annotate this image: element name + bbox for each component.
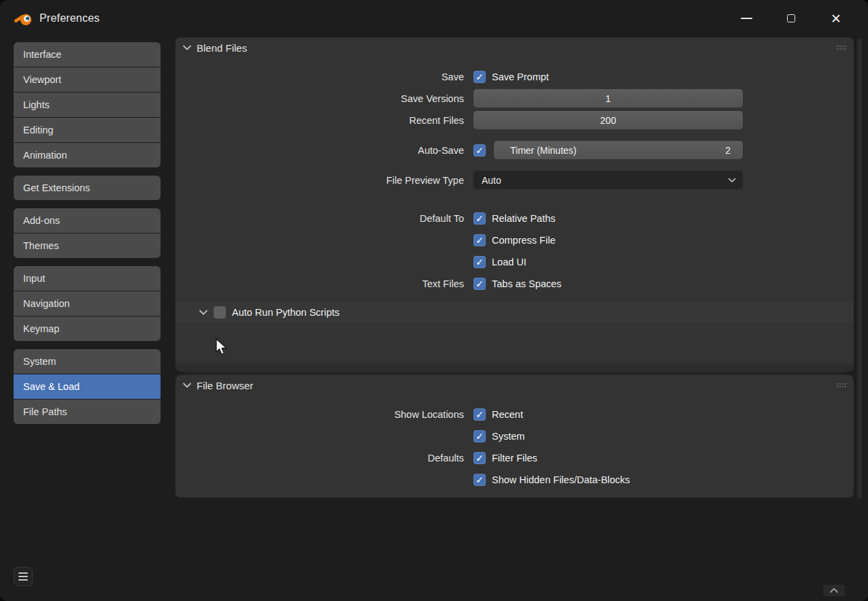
- sidebar-item-themes[interactable]: Themes: [14, 233, 161, 258]
- row-compress-file: ✓ Compress File: [176, 231, 854, 249]
- load-ui-checkbox[interactable]: ✓: [473, 256, 486, 268]
- row-defaults-show-hidden: ✓ Show Hidden Files/Data-Blocks: [176, 470, 854, 489]
- sidebar-item-get-extensions[interactable]: Get Extensions: [14, 176, 161, 200]
- nav-group-addons: Add-ons Themes: [14, 208, 161, 258]
- auto-run-python-checkbox[interactable]: ✓: [214, 306, 226, 319]
- tabs-as-spaces-checkbox[interactable]: ✓: [473, 278, 486, 290]
- chevron-down-icon: [182, 44, 192, 51]
- checkbox-label: Tabs as Spaces: [492, 278, 561, 289]
- close-icon: ✕: [831, 12, 841, 25]
- main-content: Blend Files Save ✓ Save Prompt Save Vers…: [176, 37, 854, 498]
- relative-paths-checkbox[interactable]: ✓: [473, 212, 486, 225]
- sidebar-item-save-load[interactable]: Save & Load: [14, 374, 161, 399]
- nav-group-extensions: Get Extensions: [14, 176, 161, 200]
- minimize-button[interactable]: [724, 0, 769, 37]
- recent-files-field[interactable]: 200: [473, 111, 743, 129]
- field-label: Show Locations: [176, 409, 473, 420]
- compress-file-checkbox[interactable]: ✓: [473, 234, 486, 246]
- sidebar: Interface Viewport Lights Editing Animat…: [14, 42, 161, 432]
- drag-grip-icon[interactable]: [836, 383, 847, 388]
- check-icon: ✓: [475, 475, 484, 485]
- minimize-icon: [741, 18, 752, 19]
- sidebar-item-add-ons[interactable]: Add-ons: [14, 208, 161, 233]
- checkbox-label: Filter Files: [492, 453, 537, 464]
- sidebar-item-viewport[interactable]: Viewport: [14, 67, 161, 92]
- row-recent-files: Recent Files 200: [176, 111, 854, 129]
- check-icon: ✓: [475, 410, 484, 419]
- chevron-down-icon: [182, 382, 192, 389]
- checkbox-label: Load UI: [492, 257, 527, 267]
- auto-run-python-scripts-header[interactable]: ✓ Auto Run Python Scripts: [176, 302, 854, 323]
- check-icon: ✓: [475, 72, 484, 82]
- preferences-window: Preferences ✕ Interface Viewport Lights …: [0, 0, 868, 601]
- autosave-timer-field[interactable]: Timer (Minutes) 2: [494, 141, 743, 159]
- maximize-button[interactable]: [769, 0, 814, 37]
- row-auto-save: Auto-Save ✓ Timer (Minutes) 2: [176, 141, 854, 159]
- chevron-down-icon: [728, 178, 736, 183]
- chevron-up-icon: [829, 587, 839, 594]
- field-label: Text Files: [176, 278, 473, 289]
- panel-title: Blend Files: [197, 42, 247, 54]
- row-text-files: Text Files ✓ Tabs as Spaces: [176, 274, 854, 293]
- slider-value: 2: [725, 145, 731, 156]
- row-file-preview-type: File Preview Type Auto: [176, 171, 854, 189]
- hamburger-icon: [18, 579, 28, 581]
- check-icon: ✓: [475, 235, 484, 245]
- row-defaults-filter-files: Defaults ✓ Filter Files: [176, 449, 854, 467]
- save-prompt-checkbox[interactable]: ✓: [473, 71, 486, 83]
- hamburger-icon: [18, 572, 28, 574]
- blender-logo-icon: [14, 11, 33, 27]
- sidebar-item-keymap[interactable]: Keymap: [14, 316, 161, 341]
- check-icon: ✓: [475, 257, 484, 267]
- panel-blend-files: Blend Files Save ✓ Save Prompt Save Vers…: [176, 37, 854, 371]
- titlebar: Preferences ✕: [0, 0, 868, 37]
- field-label: Recent Files: [176, 115, 473, 126]
- nav-group-system: System Save & Load File Paths: [14, 349, 161, 424]
- close-button[interactable]: ✕: [814, 0, 858, 37]
- row-show-locations-recent: Show Locations ✓ Recent: [176, 405, 854, 423]
- file-browser-header[interactable]: File Browser: [176, 375, 854, 395]
- field-label: Save: [176, 71, 473, 82]
- file-preview-type-select[interactable]: Auto: [473, 171, 743, 189]
- panel-title: File Browser: [197, 380, 253, 391]
- system-checkbox[interactable]: ✓: [473, 430, 486, 442]
- checkbox-label: Relative Paths: [492, 213, 556, 224]
- sidebar-item-system[interactable]: System: [14, 349, 161, 374]
- nav-group-input: Input Navigation Keymap: [14, 266, 161, 341]
- row-default-to-relative-paths: Default To ✓ Relative Paths: [176, 209, 854, 227]
- window-title: Preferences: [39, 12, 99, 25]
- nav-group-general: Interface Viewport Lights Editing Animat…: [14, 42, 161, 167]
- sidebar-item-navigation[interactable]: Navigation: [14, 291, 161, 316]
- sidebar-item-file-paths[interactable]: File Paths: [14, 400, 161, 424]
- field-label: Auto-Save: [176, 145, 473, 156]
- auto-save-checkbox[interactable]: ✓: [473, 144, 486, 157]
- save-versions-field[interactable]: 1: [473, 89, 743, 108]
- sidebar-item-interface[interactable]: Interface: [14, 42, 161, 67]
- hamburger-icon: [18, 576, 28, 577]
- show-hidden-files-checkbox[interactable]: ✓: [473, 474, 486, 486]
- sidebar-item-lights[interactable]: Lights: [14, 93, 161, 117]
- drag-grip-icon[interactable]: [836, 45, 847, 50]
- excluded-paths-section: Excluded Paths +: [176, 363, 854, 372]
- scrollbar[interactable]: [857, 39, 862, 499]
- checkbox-label: System: [492, 431, 524, 442]
- blend-files-header[interactable]: Blend Files: [176, 37, 854, 58]
- sidebar-item-editing[interactable]: Editing: [14, 118, 161, 142]
- sidebar-item-input[interactable]: Input: [14, 266, 161, 291]
- row-show-locations-system: ✓ System: [176, 427, 854, 445]
- sidebar-item-animation[interactable]: Animation: [14, 143, 161, 167]
- filter-files-checkbox[interactable]: ✓: [473, 452, 486, 464]
- recent-checkbox[interactable]: ✓: [473, 408, 486, 421]
- scroll-up-indicator[interactable]: [823, 585, 845, 596]
- check-icon: ✓: [475, 432, 484, 441]
- field-value: 200: [600, 115, 616, 126]
- check-icon: ✓: [475, 146, 484, 155]
- slider-label: Timer (Minutes): [510, 145, 577, 156]
- checkbox-label: Save Prompt: [492, 71, 549, 82]
- checkbox-label: Compress File: [492, 235, 555, 246]
- row-save-versions: Save Versions 1: [176, 89, 854, 108]
- file-browser-body: Show Locations ✓ Recent ✓ System Default…: [176, 395, 854, 489]
- editor-menu-button[interactable]: [14, 567, 33, 586]
- subpanel-title: Auto Run Python Scripts: [232, 307, 339, 318]
- check-icon: ✓: [475, 214, 484, 223]
